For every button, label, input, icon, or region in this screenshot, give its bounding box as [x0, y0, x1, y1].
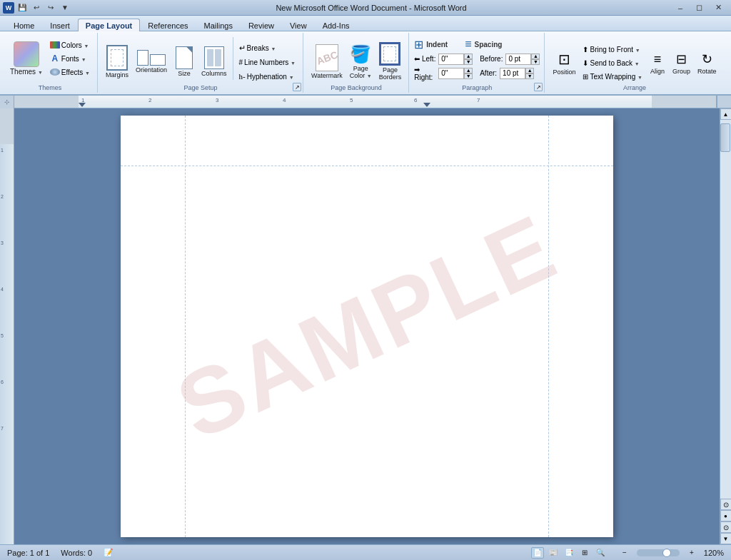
watermark-text: SAMPLE	[161, 193, 573, 460]
tab-view[interactable]: View	[282, 19, 315, 31]
page-borders-button[interactable]: PageBorders	[376, 40, 405, 83]
bring-to-front-button[interactable]: ⬆Bring to Front ▼	[580, 43, 645, 56]
indent-left-up[interactable]: ▲	[464, 54, 473, 59]
page-background-group-label: Page Background	[331, 84, 382, 91]
indent-right-input[interactable]: 0"	[438, 68, 464, 79]
hyphenation-button[interactable]: h- Hyphenation ▼	[236, 70, 299, 83]
zoom-out-button[interactable]: −	[618, 547, 631, 559]
view-full-reading[interactable]: 📰	[547, 547, 560, 559]
quick-access-save[interactable]: 💾	[16, 2, 29, 14]
position-button[interactable]: ⊡ Position	[550, 44, 578, 83]
page-setup-group: Margins Orientation Size	[99, 33, 303, 93]
zoom-in-button[interactable]: +	[685, 547, 698, 559]
group-button[interactable]: ⊟ Group	[670, 44, 693, 83]
margin-line-top	[121, 166, 613, 166]
ruler-scroll-btn[interactable]	[717, 96, 731, 108]
spacing-before-input[interactable]: 0 pt	[505, 54, 531, 65]
page-background-group: ABC Watermark 🪣 PageColor ▼ PageBorders …	[304, 33, 409, 93]
effects-button[interactable]: Effects ▼	[47, 66, 93, 78]
window-controls: – ◻ ✕	[671, 1, 728, 14]
quick-access-dropdown[interactable]: ▼	[59, 2, 71, 14]
title-bar-left: W 💾 ↩ ↪ ▼	[3, 2, 71, 14]
tab-home[interactable]: Home	[6, 19, 42, 31]
indent-right-up[interactable]: ▲	[464, 68, 473, 73]
paragraph-expand[interactable]: ↗	[534, 83, 543, 91]
spacing-after-down[interactable]: ▼	[525, 73, 534, 79]
restore-button[interactable]: ◻	[690, 1, 709, 14]
zoom-thumb[interactable]	[662, 549, 671, 557]
breaks-button[interactable]: ↵ Breaks ▼	[236, 41, 299, 54]
themes-group: Themes ▼ Colors ▼ A Fonts ▼ Effects ▼ Th…	[3, 33, 98, 93]
orientation-button[interactable]: Orientation	[133, 40, 170, 83]
status-bar-left: Page: 1 of 1 Words: 0 📝	[4, 547, 116, 558]
scroll-extra-buttons: ⊙ ● ⊙	[720, 499, 732, 533]
status-bar-right: 📄 📰 📑 ⊞ 🔍 − + 120%	[531, 547, 727, 559]
word-count[interactable]: Words: 0	[58, 548, 95, 558]
spacing-after-label: After:	[480, 69, 497, 77]
indent-left-input[interactable]: 0"	[438, 54, 464, 65]
ruler-corner: ⊹	[0, 96, 14, 108]
tab-references[interactable]: References	[140, 19, 196, 31]
size-button[interactable]: Size	[171, 40, 197, 83]
document-area[interactable]: SAMPLE	[14, 108, 720, 544]
scroll-select-browse[interactable]: ●	[720, 510, 732, 521]
fonts-button[interactable]: A Fonts ▼	[47, 52, 93, 65]
themes-button[interactable]: Themes ▼	[7, 37, 46, 80]
scroll-next-page[interactable]: ⊙	[720, 521, 732, 533]
close-button[interactable]: ✕	[710, 1, 728, 14]
indent-right-label: ➡ Right:	[414, 66, 437, 81]
scroll-up-button[interactable]: ▲	[720, 108, 732, 120]
app-icon: W	[3, 2, 14, 14]
margin-line-left	[185, 116, 186, 537]
tab-mailings[interactable]: Mailings	[196, 19, 241, 31]
spacing-before-up[interactable]: ▲	[531, 54, 540, 59]
quick-access-redo[interactable]: ↪	[44, 2, 57, 14]
minimize-button[interactable]: –	[671, 1, 690, 14]
send-to-back-button[interactable]: ⬇Send to Back ▼	[580, 56, 645, 69]
page-info[interactable]: Page: 1 of 1	[4, 548, 52, 558]
spacing-before-down[interactable]: ▼	[531, 59, 540, 65]
ribbon-tabs: Home Insert Page Layout References Maili…	[0, 16, 731, 31]
watermark-button[interactable]: ABC Watermark	[308, 40, 346, 83]
scroll-prev-page[interactable]: ⊙	[720, 499, 732, 510]
tab-add-ins[interactable]: Add-Ins	[315, 19, 358, 31]
tab-insert[interactable]: Insert	[42, 19, 78, 31]
quick-access-undo[interactable]: ↩	[30, 2, 43, 14]
view-print-layout[interactable]: 📄	[531, 547, 544, 559]
view-outline[interactable]: ⊞	[578, 547, 591, 559]
scroll-track[interactable]	[720, 120, 732, 499]
align-button[interactable]: ≡ Align	[647, 44, 668, 83]
scroll-down-button[interactable]: ▼	[720, 533, 732, 544]
zoom-slider[interactable]	[637, 549, 680, 556]
arrange-group-label: Arrange	[623, 84, 646, 91]
indent-right-row: ➡ Right: 0" ▲ ▼ After: 10 pt ▲ ▼	[414, 67, 534, 80]
view-draft[interactable]: 🔍	[594, 547, 607, 559]
horizontal-ruler: 1 2 3 4 5 6 7	[14, 96, 717, 108]
spacing-after-up[interactable]: ▲	[525, 68, 534, 73]
rotate-button[interactable]: ↻ Rotate	[695, 44, 720, 83]
page-color-button[interactable]: 🪣 PageColor ▼	[347, 40, 375, 83]
view-web-layout[interactable]: 📑	[563, 547, 575, 559]
language-icon[interactable]: 📝	[101, 547, 116, 558]
spacing-after-input[interactable]: 10 pt	[500, 68, 525, 79]
window-title: New Microsoft Office Word Document - Mic…	[276, 4, 466, 12]
scroll-thumb[interactable]	[720, 123, 730, 152]
colors-button[interactable]: Colors ▼	[47, 39, 93, 51]
ribbon: Themes ▼ Colors ▼ A Fonts ▼ Effects ▼ Th…	[0, 31, 731, 96]
title-bar: W 💾 ↩ ↪ ▼ New Microsoft Office Word Docu…	[0, 0, 731, 16]
indent-right-down[interactable]: ▼	[464, 73, 473, 79]
document-page: SAMPLE	[121, 116, 613, 537]
vertical-ruler: 1 2 3 4 5 6 7	[0, 108, 14, 544]
paragraph-group-label: Paragraph	[462, 84, 492, 91]
tab-page-layout[interactable]: Page Layout	[78, 19, 140, 31]
columns-button[interactable]: Columns	[198, 40, 230, 83]
page-setup-expand[interactable]: ↗	[293, 83, 301, 91]
zoom-level[interactable]: 120%	[701, 548, 727, 558]
text-wrapping-button[interactable]: ⊞Text Wrapping ▼	[580, 70, 645, 83]
indent-left-down[interactable]: ▼	[464, 59, 473, 65]
vertical-scrollbar[interactable]: ▲ ⊙ ● ⊙ ▼	[720, 108, 731, 544]
themes-group-label: Themes	[39, 84, 62, 91]
line-numbers-button[interactable]: # Line Numbers ▼	[236, 56, 299, 68]
tab-review[interactable]: Review	[241, 19, 282, 31]
margins-button[interactable]: Margins	[103, 40, 131, 83]
